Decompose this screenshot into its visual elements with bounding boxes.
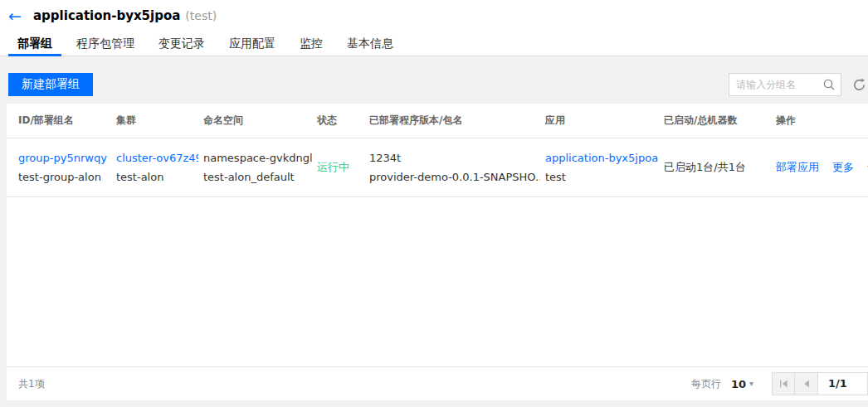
- app-screen: ← application-byx5jpoa (test) 部署组 程序包管理 …: [0, 0, 868, 407]
- group-id-link[interactable]: group-py5nrwqy: [18, 152, 107, 164]
- page-size-selector[interactable]: 10: [731, 378, 746, 390]
- tab-deployment-group[interactable]: 部署组: [8, 31, 61, 56]
- application-id-link[interactable]: application-byx5jpoa: [545, 152, 658, 164]
- status-badge: 运行中: [317, 161, 349, 173]
- column-header-namespace: 命名空间: [203, 104, 317, 138]
- create-deployment-group-button[interactable]: 新建部署组: [8, 73, 93, 96]
- tab-basic-info[interactable]: 基本信息: [338, 31, 402, 56]
- previous-page-icon: [803, 380, 810, 388]
- namespace-name: test-alon_default: [203, 167, 312, 187]
- cluster-name: test-alon: [116, 167, 198, 187]
- tab-monitor[interactable]: 监控: [290, 31, 332, 56]
- page-size-label: 每页行: [691, 377, 721, 391]
- tab-package-management[interactable]: 程序包管理: [67, 31, 144, 56]
- table-header-row: ID/部署组名 集群 命名空间 状态 已部署程序版本/包名 应用 已启动/总机器…: [7, 104, 868, 138]
- column-header-application: 应用: [545, 104, 664, 138]
- tab-bar: 部署组 程序包管理 变更记录 应用配置 监控 基本信息: [0, 31, 868, 56]
- toolbar: 新建部署组: [8, 73, 866, 96]
- column-header-package: 已部署程序版本/包名: [369, 104, 545, 138]
- column-header-id-name: ID/部署组名: [7, 104, 116, 138]
- first-page-button[interactable]: [772, 372, 795, 395]
- search-icon[interactable]: [822, 78, 836, 91]
- more-actions-link[interactable]: 更多: [832, 161, 854, 173]
- search-box: [729, 73, 841, 96]
- back-arrow-icon[interactable]: ←: [8, 8, 27, 24]
- page-size-caret-icon[interactable]: ▾: [749, 379, 753, 388]
- page-indicator[interactable]: 1/1: [818, 372, 868, 395]
- page-env-tag: (test): [185, 9, 217, 22]
- column-header-cluster: 集群: [116, 104, 203, 138]
- package-version: 1234t: [369, 148, 540, 167]
- previous-page-button[interactable]: [795, 372, 818, 395]
- machines-count: 已启动1台/共1台: [664, 161, 746, 173]
- refresh-icon[interactable]: [852, 78, 866, 92]
- column-header-machines: 已启动/总机器数: [664, 104, 776, 138]
- group-name: test-group-alon: [18, 167, 111, 187]
- total-count: 共1项: [18, 377, 45, 391]
- namespace-id: namespace-gvkdngly: [203, 148, 312, 167]
- table-footer: 共1项 每页行 10 ▾: [7, 366, 868, 400]
- table-row: group-py5nrwqy test-group-alon cluster-o…: [7, 138, 868, 196]
- deployment-group-card: ID/部署组名 集群 命名空间 状态 已部署程序版本/包名 应用 已启动/总机器…: [7, 104, 868, 400]
- table-empty-area: [7, 197, 868, 367]
- first-page-icon: [779, 380, 788, 388]
- column-header-operations: 操作: [776, 104, 868, 138]
- pagination: 1/1: [772, 372, 868, 395]
- deploy-application-link[interactable]: 部署应用: [776, 161, 819, 173]
- tab-app-config[interactable]: 应用配置: [220, 31, 285, 56]
- page-title: application-byx5jpoa: [33, 8, 180, 23]
- cluster-id-link[interactable]: cluster-ov67z49a: [116, 152, 198, 164]
- search-input[interactable]: [736, 75, 822, 94]
- column-header-status: 状态: [317, 104, 369, 138]
- application-env: test: [545, 167, 659, 187]
- deployment-group-table: ID/部署组名 集群 命名空间 状态 已部署程序版本/包名 应用 已启动/总机器…: [7, 104, 868, 197]
- package-name: provider-demo-0.0.1-SNAPSHO...: [369, 167, 540, 187]
- tab-change-records[interactable]: 变更记录: [149, 31, 214, 56]
- page-header: ← application-byx5jpoa (test): [0, 0, 868, 31]
